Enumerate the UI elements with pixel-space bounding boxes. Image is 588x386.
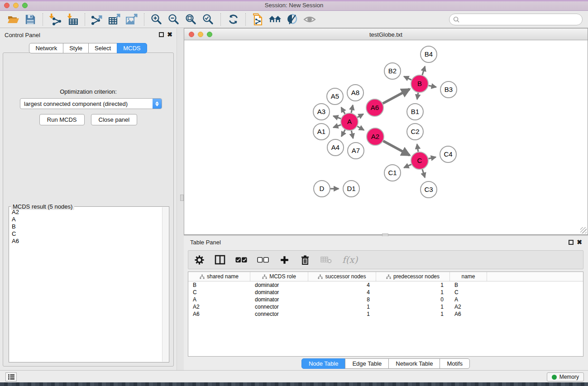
export-network-button[interactable] xyxy=(89,12,106,27)
node-B4[interactable]: B4 xyxy=(421,46,437,62)
column-header-successor-nodes[interactable]: successor nodes xyxy=(308,272,376,281)
node-C4[interactable]: C4 xyxy=(440,146,456,162)
edge-A6-B[interactable] xyxy=(383,89,410,104)
table-cell[interactable]: 4 xyxy=(308,289,376,295)
edge-A-A7[interactable] xyxy=(351,131,353,138)
table-cell[interactable]: 1 xyxy=(376,304,450,310)
divider-handle[interactable] xyxy=(180,195,184,201)
table-cell[interactable]: A6 xyxy=(188,311,250,317)
table-cell[interactable]: 8 xyxy=(308,296,376,303)
table-cell[interactable]: A xyxy=(188,296,250,303)
table-tab-edge-table[interactable]: Edge Table xyxy=(345,358,389,369)
node-A3[interactable]: A3 xyxy=(313,104,330,120)
edge-A-A2[interactable] xyxy=(357,126,364,130)
table-cell[interactable]: 0 xyxy=(376,296,450,303)
node-B3[interactable]: B3 xyxy=(440,81,457,98)
table-tab-network-table[interactable]: Network Table xyxy=(388,358,440,369)
run-mcds-button[interactable]: Run MCDS xyxy=(39,114,85,125)
zoom-out-button[interactable] xyxy=(165,12,182,27)
edge-A-A5[interactable] xyxy=(341,107,345,114)
column-header-shared-name[interactable]: shared name xyxy=(188,272,250,281)
mcds-result-list[interactable]: A2ABCA6 xyxy=(10,207,162,362)
delete-table-button[interactable] xyxy=(320,253,332,266)
node-C1[interactable]: C1 xyxy=(384,165,401,181)
table-row[interactable]: Bdominator41B xyxy=(188,281,583,289)
import-network-button[interactable] xyxy=(47,12,64,27)
table-cell[interactable]: C xyxy=(450,289,487,295)
table-cell[interactable]: A xyxy=(450,296,487,303)
export-table-button[interactable] xyxy=(106,12,123,27)
node-A8[interactable]: A8 xyxy=(347,85,363,101)
select-all-columns-button[interactable] xyxy=(235,253,247,266)
table-tab-motifs[interactable]: Motifs xyxy=(440,358,470,369)
network-window-titlebar[interactable]: testGlobe.txt xyxy=(184,29,588,40)
mcds-result-item[interactable]: A6 xyxy=(12,238,160,245)
mcds-result-item[interactable]: A xyxy=(12,216,160,223)
table-cell[interactable]: A6 xyxy=(450,311,487,317)
node-B1[interactable]: B1 xyxy=(407,104,423,120)
table-cell[interactable]: 1 xyxy=(376,289,450,295)
column-header-predecessor-nodes[interactable]: predecessor nodes xyxy=(376,272,450,281)
table-cell[interactable]: 1 xyxy=(376,311,450,317)
column-header-name[interactable]: name xyxy=(450,272,487,281)
node-C[interactable]: C xyxy=(411,152,428,169)
task-history-button[interactable] xyxy=(5,372,17,381)
node-A2[interactable]: A2 xyxy=(367,128,384,145)
edge-B-B4[interactable] xyxy=(422,67,425,75)
table-cell[interactable]: 4 xyxy=(308,282,376,288)
show-all-networks-button[interactable] xyxy=(267,12,284,27)
deselect-all-columns-button[interactable] xyxy=(257,253,269,266)
control-tab-select[interactable]: Select xyxy=(88,43,117,53)
table-cell[interactable]: A2 xyxy=(450,304,487,310)
edge-A-A1[interactable] xyxy=(333,125,341,128)
node-A7[interactable]: A7 xyxy=(348,143,364,159)
network-canvas[interactable]: B4B2BB3B1A5A8A3A6AA1C2A4A7A2C4CC1C3DD1 xyxy=(184,40,588,234)
edge-A-A3[interactable] xyxy=(333,116,341,119)
table-row[interactable]: A2connector11A2 xyxy=(188,303,583,310)
create-column-button[interactable] xyxy=(279,253,290,266)
float-panel-icon[interactable] xyxy=(159,32,164,37)
table-cell[interactable]: 1 xyxy=(308,311,376,317)
node-C3[interactable]: C3 xyxy=(421,181,437,198)
column-header-MCDS-role[interactable]: MCDS role xyxy=(250,272,308,281)
node-D1[interactable]: D1 xyxy=(343,181,359,197)
table-row[interactable]: A6connector11A6 xyxy=(188,310,583,318)
resize-grip[interactable] xyxy=(580,227,587,234)
control-tab-network[interactable]: Network xyxy=(29,43,63,53)
control-tab-mcds[interactable]: MCDS xyxy=(117,43,147,53)
table-cell[interactable]: dominator xyxy=(250,282,308,288)
close-panel-button[interactable]: Close panel xyxy=(91,114,138,125)
zoom-in-button[interactable] xyxy=(148,12,165,27)
table-cell[interactable]: B xyxy=(450,282,487,288)
node-B2[interactable]: B2 xyxy=(384,63,401,79)
edge-B-B1[interactable] xyxy=(417,93,418,100)
edge-A2-C[interactable] xyxy=(383,141,410,156)
edge-C-C2[interactable] xyxy=(417,144,418,152)
node-D[interactable]: D xyxy=(314,181,330,197)
delete-column-button[interactable] xyxy=(300,253,311,266)
close-panel-icon[interactable]: ✖ xyxy=(167,31,172,38)
table-cell[interactable]: connector xyxy=(250,311,308,317)
table-cell[interactable]: dominator xyxy=(250,296,308,303)
edge-C-C4[interactable] xyxy=(429,157,436,159)
memory-button[interactable]: Memory xyxy=(547,372,584,381)
optimization-criterion-select[interactable]: largest connected component (directed) xyxy=(20,98,162,109)
duplicate-network-button[interactable] xyxy=(249,12,267,27)
import-table-button[interactable] xyxy=(64,12,81,27)
node-A1[interactable]: A1 xyxy=(313,124,330,140)
edge-C-C1[interactable] xyxy=(404,164,411,167)
mcds-result-item[interactable]: B xyxy=(12,223,160,230)
table-settings-button[interactable] xyxy=(194,253,205,266)
mcds-result-item[interactable]: C xyxy=(12,230,160,238)
control-tab-style[interactable]: Style xyxy=(63,43,89,53)
table-row[interactable]: Adominator80A xyxy=(188,296,583,303)
node-A6[interactable]: A6 xyxy=(366,99,383,116)
zoom-fit-button[interactable] xyxy=(182,12,200,27)
float-table-panel-icon[interactable] xyxy=(569,240,574,245)
edge-C-C3[interactable] xyxy=(422,169,425,177)
node-A5[interactable]: A5 xyxy=(327,88,343,105)
table-cell[interactable]: connector xyxy=(250,304,308,310)
edge-A-A6[interactable] xyxy=(357,114,363,117)
column-layout-button[interactable] xyxy=(215,253,225,266)
table-tab-node-table[interactable]: Node Table xyxy=(301,358,346,369)
